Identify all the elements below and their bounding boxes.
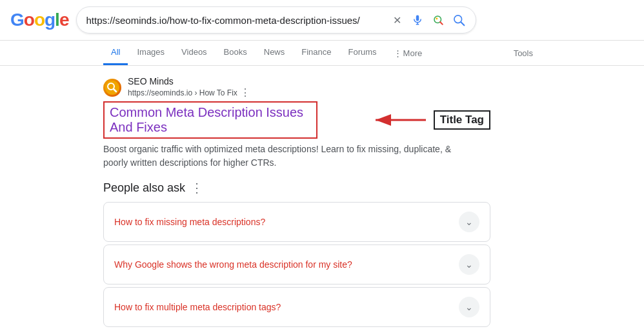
svg-point-7 <box>105 81 119 95</box>
result-site-name: SEO Minds <box>128 76 250 86</box>
paa-question-2: Why Google shows the wrong meta descript… <box>114 259 352 270</box>
paa-item-3[interactable]: How to fix multiple meta description tag… <box>103 287 490 327</box>
result-source: SEO Minds https://seominds.io › How To F… <box>103 76 490 99</box>
result-title-link[interactable]: Common Meta Description Issues And Fixes <box>103 101 317 139</box>
paa-header: People also ask ⋮ <box>103 180 490 195</box>
paa-question-1: How to fix missing meta descriptions? <box>114 217 265 227</box>
paa-item-2[interactable]: Why Google shows the wrong meta descript… <box>103 244 490 284</box>
nav-item-books[interactable]: Books <box>216 41 255 65</box>
search-submit-icon[interactable] <box>451 12 467 28</box>
svg-rect-0 <box>416 15 419 21</box>
nav-item-all[interactable]: All <box>103 41 128 65</box>
nav-bar: All Images Videos Books News Finance For… <box>0 41 644 66</box>
three-dots-icon: ⋮ <box>394 48 402 58</box>
paa-options-icon[interactable]: ⋮ <box>190 180 204 195</box>
nav-more-button[interactable]: ⋮ More <box>386 42 430 65</box>
nav-item-images[interactable]: Images <box>129 41 172 65</box>
search-input[interactable] <box>86 15 389 26</box>
nav-item-news[interactable]: News <box>256 41 293 65</box>
svg-line-6 <box>461 22 465 25</box>
tools-button[interactable]: Tools <box>506 42 541 65</box>
red-arrow-icon <box>369 110 427 130</box>
paa-item-1[interactable]: How to fix missing meta descriptions? ⌄ <box>103 202 490 242</box>
result-favicon <box>103 79 121 97</box>
paa-title: People also ask <box>103 181 185 195</box>
paa-chevron-3: ⌄ <box>459 297 479 317</box>
people-also-ask-section: People also ask ⋮ How to fix missing met… <box>103 180 490 329</box>
lens-icon[interactable] <box>430 12 446 28</box>
microphone-icon[interactable] <box>410 12 425 28</box>
result-source-info: SEO Minds https://seominds.io › How To F… <box>128 76 250 99</box>
nav-items: All Images Videos Books News Finance For… <box>103 41 430 65</box>
result-options-icon[interactable]: ⋮ <box>240 86 250 99</box>
paa-question-3: How to fix multiple meta description tag… <box>114 302 281 312</box>
result-url: https://seominds.io › How To Fix <box>128 88 237 97</box>
nav-item-videos[interactable]: Videos <box>174 41 215 65</box>
nav-item-forums[interactable]: Forums <box>341 41 385 65</box>
search-icon-group: ✕ <box>389 12 467 28</box>
result-snippet: Boost organic traffic with optimized met… <box>103 143 478 170</box>
title-tag-annotation: Title Tag <box>369 110 490 130</box>
nav-item-finance[interactable]: Finance <box>294 41 339 65</box>
result-url-row: https://seominds.io › How To Fix ⋮ <box>128 86 250 99</box>
clear-icon[interactable]: ✕ <box>389 12 405 28</box>
header: Google ✕ <box>0 0 644 41</box>
main-content: SEO Minds https://seominds.io › How To F… <box>0 66 644 329</box>
svg-point-4 <box>436 17 438 19</box>
paa-chevron-2: ⌄ <box>459 254 479 275</box>
title-tag-label: Title Tag <box>434 110 490 130</box>
paa-chevron-1: ⌄ <box>459 212 479 232</box>
result-title-wrapper: Common Meta Description Issues And Fixes… <box>103 101 490 139</box>
google-logo: Google <box>10 10 68 30</box>
search-result: SEO Minds https://seominds.io › How To F… <box>103 76 490 170</box>
nav-more-label: More <box>403 48 423 58</box>
search-bar[interactable]: ✕ <box>76 6 476 34</box>
